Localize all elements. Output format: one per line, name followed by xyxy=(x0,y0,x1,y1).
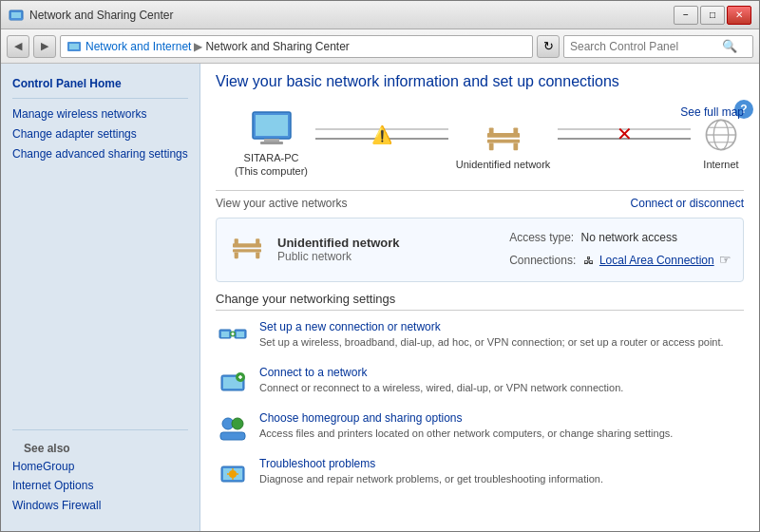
window-icon xyxy=(9,8,24,23)
address-path: Network and Internet ▶ Network and Shari… xyxy=(60,35,533,58)
refresh-button[interactable]: ↻ xyxy=(537,35,560,58)
active-networks-label: View your active networks xyxy=(216,197,348,210)
network-path-icon xyxy=(66,39,82,54)
setting3-text: Choose homegroup and sharing options Acc… xyxy=(259,411,673,441)
setting1-icon xyxy=(216,320,250,354)
address-bar: ◀ ▶ Network and Internet ▶ Network and S… xyxy=(1,29,759,64)
svg-rect-22 xyxy=(235,253,238,259)
svg-rect-4 xyxy=(69,44,79,49)
sidebar-see-also: See also HomeGroup Internet Options Wind… xyxy=(1,418,200,522)
setting-item-2: Connect to a network Connect or reconnec… xyxy=(216,366,744,400)
setting1-text: Set up a new connection or network Set u… xyxy=(259,320,724,350)
path-segment2: Network and Sharing Center xyxy=(205,40,349,53)
svg-rect-6 xyxy=(256,115,288,136)
sidebar-item-firewall[interactable]: Windows Firewall xyxy=(12,498,188,514)
network-card-info: Unidentified network Public network xyxy=(277,236,509,263)
node1-label: SITARA-PC(This computer) xyxy=(235,151,308,179)
svg-rect-2 xyxy=(10,18,23,20)
search-input[interactable] xyxy=(570,40,722,53)
setting4-desc: Diagnose and repair network problems, or… xyxy=(259,473,603,484)
svg-rect-11 xyxy=(488,143,493,151)
setting4-icon xyxy=(216,457,250,491)
connect-disconnect-link[interactable]: Connect or disconnect xyxy=(631,197,744,210)
sidebar-item-homegroup[interactable]: HomeGroup xyxy=(12,459,188,475)
line1: ⚠️ xyxy=(315,128,448,130)
svg-rect-1 xyxy=(11,12,21,18)
search-box: 🔍 xyxy=(563,35,753,58)
node3-label: Internet xyxy=(703,158,738,171)
svg-rect-14 xyxy=(513,128,518,136)
sidebar-item-sharing[interactable]: Change advanced sharing settings xyxy=(12,146,188,162)
close-button[interactable]: ✕ xyxy=(727,6,751,25)
network-card-icon xyxy=(228,228,266,271)
setting2-icon xyxy=(216,366,250,400)
setting1-link[interactable]: Set up a new connection or network xyxy=(259,320,724,333)
setting2-desc: Connect or reconnect to a wireless, wire… xyxy=(259,382,623,393)
setting3-desc: Access files and printers located on oth… xyxy=(259,428,673,439)
sidebar-home-link[interactable]: Control Panel Home xyxy=(12,77,188,90)
svg-rect-7 xyxy=(264,139,279,142)
internet-icon xyxy=(698,116,744,154)
sidebar-item-adapter[interactable]: Change adapter settings xyxy=(12,126,188,142)
access-type-value: No network access xyxy=(581,231,677,244)
maximize-button[interactable]: □ xyxy=(700,6,725,25)
disconnected-icon: ✕ xyxy=(617,123,633,145)
cursor-indicator: ☞ xyxy=(719,252,732,267)
svg-rect-10 xyxy=(486,140,519,143)
window-controls: − □ ✕ xyxy=(674,6,751,25)
minimize-button[interactable]: − xyxy=(674,6,698,25)
network-icon xyxy=(481,116,526,154)
network-card: Unidentified network Public network Acce… xyxy=(216,218,744,283)
see-full-map-link[interactable]: See full map xyxy=(680,105,744,119)
svg-rect-29 xyxy=(237,332,244,337)
setting-item-3: Choose homegroup and sharing options Acc… xyxy=(216,411,744,446)
net-node-network: Unidentified network xyxy=(456,116,551,171)
svg-rect-8 xyxy=(260,142,283,144)
setting3-link[interactable]: Choose homegroup and sharing options xyxy=(259,411,673,425)
sidebar-item-wireless[interactable]: Manage wireless networks xyxy=(12,106,188,123)
setting3-icon xyxy=(216,411,250,446)
path-segment1[interactable]: Network and Internet xyxy=(86,40,191,53)
svg-rect-12 xyxy=(513,143,518,151)
sidebar-item-internet-options[interactable]: Internet Options xyxy=(12,478,188,494)
network-name: Unidentified network xyxy=(277,236,509,250)
line2: ✕ xyxy=(558,128,691,130)
sidebar: Control Panel Home Manage wireless netwo… xyxy=(1,64,200,531)
node2-label: Unidentified network xyxy=(456,158,551,171)
access-type-label: Access type: xyxy=(509,231,574,244)
sidebar-section-main: Control Panel Home Manage wireless netwo… xyxy=(1,73,200,169)
content-area: ? View your basic network information an… xyxy=(200,64,759,531)
warning-icon: ⚠️ xyxy=(371,124,392,145)
svg-point-44 xyxy=(229,470,237,478)
search-icon[interactable]: 🔍 xyxy=(722,39,737,53)
svg-point-40 xyxy=(232,418,243,429)
forward-button[interactable]: ▶ xyxy=(33,35,56,58)
setting-item-1: Set up a new connection or network Set u… xyxy=(216,320,744,354)
svg-rect-25 xyxy=(256,239,259,246)
connections-label: Connections: xyxy=(509,254,576,267)
sidebar-divider xyxy=(12,98,188,99)
network-card-details: Access type: No network access Connectio… xyxy=(509,228,732,273)
computer-icon xyxy=(249,109,294,147)
setting2-link[interactable]: Connect to a network xyxy=(259,366,623,379)
title-bar: Network and Sharing Center − □ ✕ xyxy=(1,1,759,29)
connections-link[interactable]: Local Area Connection xyxy=(599,254,714,267)
svg-rect-41 xyxy=(220,432,245,440)
network-type: Public network xyxy=(277,250,509,263)
setting-item-4: Troubleshoot problems Diagnose and repai… xyxy=(216,457,744,491)
page-title: View your basic network information and … xyxy=(216,73,744,90)
setting4-link[interactable]: Troubleshoot problems xyxy=(259,457,603,470)
back-button[interactable]: ◀ xyxy=(7,35,29,58)
svg-rect-21 xyxy=(233,250,261,253)
active-networks-header: View your active networks Connect or dis… xyxy=(216,190,744,210)
svg-rect-27 xyxy=(221,332,229,337)
settings-section-title: Change your networking settings xyxy=(216,292,744,311)
title-bar-text: Network and Sharing Center xyxy=(29,9,173,22)
see-also-divider xyxy=(12,429,188,430)
svg-rect-23 xyxy=(256,253,259,259)
setting2-text: Connect to a network Connect or reconnec… xyxy=(259,366,623,395)
connections-row: Connections: 🖧 Local Area Connection ☞ xyxy=(509,248,732,272)
access-type-row: Access type: No network access xyxy=(509,228,732,249)
connection-icon: 🖧 xyxy=(583,255,594,266)
svg-rect-24 xyxy=(235,239,238,246)
